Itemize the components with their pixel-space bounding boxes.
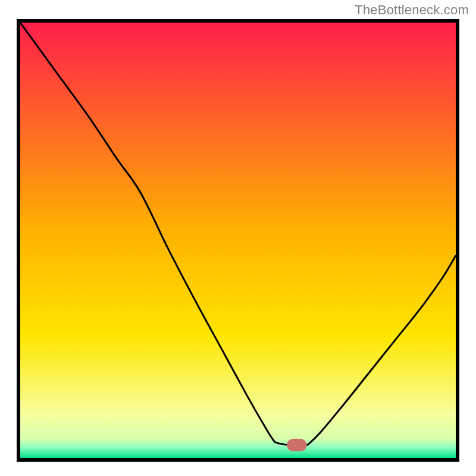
watermark-text: TheBottleneck.com xyxy=(355,2,469,18)
chart-frame xyxy=(17,19,459,462)
chart-stage: TheBottleneck.com xyxy=(0,0,476,476)
